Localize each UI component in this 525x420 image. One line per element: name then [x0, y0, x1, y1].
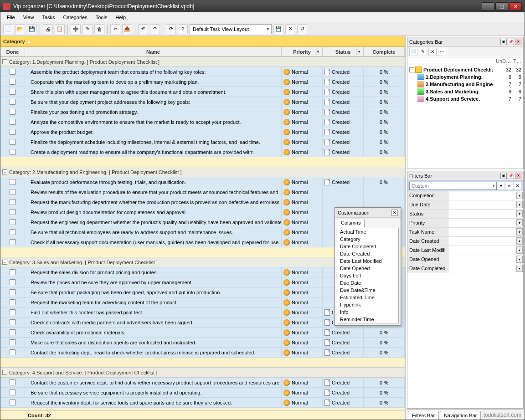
- menu-categories[interactable]: Categories: [60, 13, 91, 21]
- menu-file[interactable]: File: [3, 13, 19, 21]
- task-row[interactable]: Assemble the product deployment team tha…: [0, 67, 405, 77]
- category-child[interactable]: 3.Sales and Marketing.99: [408, 88, 522, 95]
- filter-value[interactable]: ▾: [448, 237, 523, 246]
- customization-item[interactable]: Reminder Time: [337, 316, 398, 323]
- panel-pin-icon[interactable]: 📌: [508, 39, 514, 45]
- customization-item[interactable]: Days Left: [337, 272, 398, 279]
- toolbar-cut-icon[interactable]: ✂: [110, 24, 120, 34]
- customization-item[interactable]: Due Date: [337, 279, 398, 287]
- toolbar-redo-icon[interactable]: ↷: [150, 24, 160, 34]
- bottom-tab[interactable]: Filters Bar: [408, 411, 439, 420]
- done-checkbox[interactable]: [10, 289, 15, 295]
- dropdown-icon[interactable]: ▾: [516, 237, 523, 245]
- customization-list[interactable]: Actual TimeCategoryDate CompletedDate Cr…: [337, 228, 399, 323]
- panel-restore-icon[interactable]: ▣: [500, 173, 507, 179]
- customization-item[interactable]: Hyperlink: [337, 301, 398, 308]
- group-by-row[interactable]: Category ▲: [0, 36, 405, 47]
- filter-value[interactable]: ▾: [448, 191, 523, 200]
- minimize-button[interactable]: —: [482, 2, 494, 10]
- maximize-button[interactable]: ▢: [495, 2, 508, 10]
- category-tree[interactable]: −Product Deployment Checkli:32321.Deploy…: [407, 65, 523, 169]
- customization-close-icon[interactable]: ✕: [391, 210, 398, 216]
- task-row[interactable]: Request the manufacturing department whe…: [0, 197, 405, 207]
- expand-icon[interactable]: −: [2, 370, 7, 375]
- done-checkbox[interactable]: [10, 319, 15, 325]
- dropdown-icon[interactable]: ▾: [516, 192, 523, 199]
- done-checkbox[interactable]: [10, 299, 15, 305]
- customization-item[interactable]: Estimated Time: [337, 294, 398, 301]
- col-done[interactable]: Done: [0, 47, 25, 56]
- task-row[interactable]: Finalize your positioning and promotion …: [0, 107, 405, 117]
- toolbar-edit-icon[interactable]: ✎: [82, 24, 93, 34]
- category-child[interactable]: 1.Deployment Planning.99: [408, 73, 522, 81]
- done-checkbox[interactable]: [10, 99, 15, 105]
- toolbar-layout-revert-icon[interactable]: ↺: [297, 24, 307, 34]
- customization-item[interactable]: Date Opened: [337, 265, 398, 272]
- col-priority[interactable]: Priority▾: [282, 47, 323, 56]
- layout-combo[interactable]: Default Task View Layout: [190, 24, 272, 34]
- customization-item[interactable]: Due Date&Time: [337, 287, 398, 294]
- toolbar-copy-icon[interactable]: 📋: [55, 24, 65, 34]
- task-row[interactable]: Request the inventory dept. for service …: [0, 398, 405, 408]
- done-checkbox[interactable]: [10, 239, 15, 245]
- category-child[interactable]: 4.Support and Service.77: [408, 95, 522, 102]
- task-row[interactable]: Finalize the deployment schedule includi…: [0, 137, 405, 147]
- toolbar-new-icon[interactable]: 📄: [3, 24, 13, 34]
- category-root[interactable]: −Product Deployment Checkli:3232: [408, 66, 522, 73]
- done-checkbox[interactable]: [10, 389, 15, 395]
- task-row[interactable]: Contact the marketing dept. head to chec…: [0, 348, 405, 358]
- filter-value[interactable]: ▾: [448, 200, 523, 209]
- col-name[interactable]: Name: [25, 47, 282, 56]
- task-row[interactable]: Contact the customer service dept. to fi…: [0, 378, 405, 388]
- toolbar-delete-icon[interactable]: 🗑: [94, 24, 104, 34]
- cat-edit-icon[interactable]: ✎: [419, 48, 427, 56]
- menu-tasks[interactable]: Tasks: [38, 13, 58, 21]
- col-status[interactable]: Status▾: [323, 47, 364, 56]
- customization-tab[interactable]: Columns: [337, 219, 365, 228]
- toolbar-open-icon[interactable]: 📂: [15, 24, 25, 34]
- menu-tools[interactable]: Tools: [92, 13, 111, 21]
- filter-dropdown-icon[interactable]: ▾: [356, 49, 362, 55]
- category-row[interactable]: −Category: 2.Manufacturing and Engineeri…: [0, 167, 405, 177]
- tree-expand-icon[interactable]: −: [409, 67, 414, 72]
- customization-item[interactable]: Date Completed: [337, 243, 398, 250]
- filter-value[interactable]: ▾: [448, 228, 523, 236]
- category-child[interactable]: 2.Manufacturing and Engine77: [408, 81, 522, 88]
- close-button[interactable]: ✕: [509, 2, 522, 10]
- expand-icon[interactable]: −: [2, 260, 7, 265]
- done-checkbox[interactable]: [10, 69, 15, 75]
- menu-view[interactable]: View: [20, 13, 38, 21]
- filter-clear-icon[interactable]: ⌀: [505, 182, 513, 190]
- dropdown-icon[interactable]: ▾: [516, 210, 523, 217]
- filter-value[interactable]: ▾: [448, 210, 523, 218]
- done-checkbox[interactable]: [10, 379, 15, 385]
- expand-icon[interactable]: −: [2, 169, 7, 174]
- filter-value[interactable]: ▾: [448, 219, 523, 227]
- filter-delete-icon[interactable]: ✕: [513, 182, 521, 190]
- cat-props-icon[interactable]: ⋯: [438, 48, 446, 56]
- customization-item[interactable]: Actual Time: [337, 228, 398, 236]
- filter-apply-icon[interactable]: ▾: [497, 182, 505, 190]
- done-checkbox[interactable]: [10, 269, 15, 275]
- dropdown-icon[interactable]: ▾: [516, 228, 523, 236]
- done-checkbox[interactable]: [10, 339, 15, 345]
- panel-pin-icon[interactable]: 📌: [508, 173, 514, 179]
- done-checkbox[interactable]: [10, 329, 15, 335]
- menu-help[interactable]: Help: [112, 13, 129, 21]
- done-checkbox[interactable]: [10, 79, 15, 85]
- done-checkbox[interactable]: [10, 309, 15, 315]
- done-checkbox[interactable]: [10, 189, 15, 195]
- done-checkbox[interactable]: [10, 179, 15, 185]
- col-complete[interactable]: Complete: [364, 47, 405, 56]
- toolbar-paste-icon[interactable]: 📥: [122, 24, 132, 34]
- done-checkbox[interactable]: [10, 129, 15, 135]
- filter-value[interactable]: ▾: [448, 255, 523, 264]
- task-row[interactable]: Make sure that sales and distribution ag…: [0, 338, 405, 348]
- customization-item[interactable]: Time Left: [337, 323, 398, 323]
- done-checkbox[interactable]: [10, 139, 15, 145]
- done-checkbox[interactable]: [10, 219, 15, 225]
- toolbar-undo-icon[interactable]: ↶: [138, 24, 148, 34]
- customization-item[interactable]: Date Created: [337, 250, 398, 257]
- cat-new-icon[interactable]: 📄: [409, 48, 417, 56]
- panel-restore-icon[interactable]: ▣: [500, 39, 507, 45]
